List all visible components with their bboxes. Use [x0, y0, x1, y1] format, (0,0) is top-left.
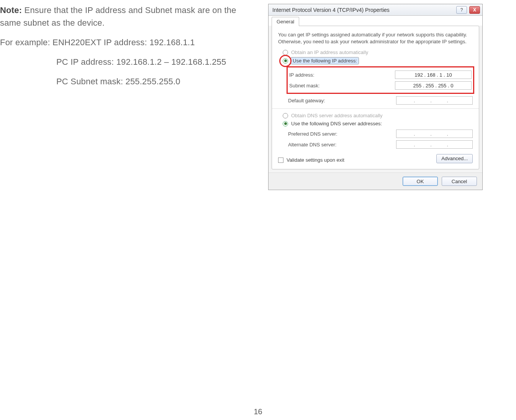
- field-row-preferred-dns: Preferred DNS server: . . .: [288, 130, 473, 138]
- example-line-3: PC Subnet mask: 255.255.255.0: [0, 75, 257, 88]
- cancel-button[interactable]: Cancel: [442, 177, 477, 186]
- validate-checkbox-row[interactable]: Validate settings upon exit: [278, 157, 344, 163]
- dialog-panel: You can get IP settings assigned automat…: [272, 26, 479, 169]
- field-row-gateway: Default gateway: . . .: [288, 96, 473, 105]
- radio-use-following-ip[interactable]: Use the following IP address:: [283, 57, 473, 64]
- dialog-title: Internet Protocol Version 4 (TCP/IPv4) P…: [272, 7, 390, 13]
- preferred-dns-input[interactable]: . . .: [396, 130, 473, 138]
- dialog-footer: OK Cancel: [269, 172, 482, 190]
- radio-off-icon: [283, 50, 288, 55]
- preferred-dns-label: Preferred DNS server:: [288, 131, 337, 137]
- field-row-ip: IP address: 192 . 168 . 1 . 10: [289, 71, 472, 79]
- alternate-dns-label: Alternate DNS server:: [288, 142, 336, 148]
- dns-fields-group: Preferred DNS server: . . . Alternate DN…: [288, 130, 473, 149]
- example-device-ip: ENH220EXT IP address: 192.168.1.1: [52, 38, 195, 47]
- panel-divider: [272, 108, 479, 109]
- screenshot-panel: Internet Protocol Version 4 (TCP/IPv4) P…: [268, 4, 483, 190]
- radio-obtain-dns-label: Obtain DNS server address automatically: [291, 113, 382, 118]
- radio-obtain-ip-label: Obtain an IP address automatically: [291, 49, 368, 55]
- note-label: Note:: [0, 5, 22, 15]
- advanced-button[interactable]: Advanced...: [436, 154, 473, 163]
- radio-on-icon: [283, 121, 288, 126]
- subnet-mask-input[interactable]: 255 . 255 . 255 . 0: [395, 81, 472, 90]
- radio-use-ip-label: Use the following IP address:: [291, 57, 359, 64]
- ip-address-label: IP address:: [289, 72, 315, 78]
- field-row-alternate-dns: Alternate DNS server: . . .: [288, 140, 473, 149]
- validate-checkbox-label: Validate settings upon exit: [287, 157, 344, 163]
- radio-off-icon: [283, 113, 288, 118]
- close-button[interactable]: X: [469, 6, 480, 14]
- radio-obtain-ip-auto[interactable]: Obtain an IP address automatically: [283, 49, 473, 55]
- help-button[interactable]: ?: [456, 6, 467, 14]
- alternate-dns-input[interactable]: . . .: [396, 140, 473, 149]
- ip-fields-group: IP address: 192 . 168 . 1 . 10 Subnet ma…: [288, 67, 473, 93]
- dialog-tabs: General: [269, 16, 482, 26]
- tcpip-properties-dialog: Internet Protocol Version 4 (TCP/IPv4) P…: [268, 4, 483, 190]
- example-line-1: For example: ENH220EXT IP address: 192.1…: [0, 36, 257, 49]
- default-gateway-label: Default gateway:: [288, 98, 325, 103]
- advanced-row: Validate settings upon exit Advanced...: [278, 152, 473, 165]
- radio-use-dns-label: Use the following DNS server addresses:: [291, 121, 382, 126]
- tab-general[interactable]: General: [272, 17, 299, 26]
- gateway-field-group: Default gateway: . . .: [288, 96, 473, 105]
- field-row-subnet: Subnet mask: 255 . 255 . 255 . 0: [289, 81, 472, 90]
- help-icon: ?: [460, 7, 463, 13]
- default-gateway-input[interactable]: . . .: [396, 96, 473, 105]
- dialog-description: You can get IP settings assigned automat…: [278, 31, 473, 45]
- page-number: 16: [254, 407, 262, 416]
- radio-obtain-dns-auto: Obtain DNS server address automatically: [283, 113, 473, 118]
- ip-address-input[interactable]: 192 . 168 . 1 . 10: [395, 71, 472, 79]
- subnet-mask-label: Subnet mask:: [289, 83, 320, 89]
- checkbox-icon: [278, 158, 283, 163]
- close-icon: X: [473, 7, 476, 13]
- radio-use-following-dns[interactable]: Use the following DNS server addresses:: [283, 121, 473, 126]
- radio-on-icon: [283, 58, 288, 64]
- example-prefix: For example:: [0, 38, 52, 47]
- dialog-titlebar[interactable]: Internet Protocol Version 4 (TCP/IPv4) P…: [269, 4, 482, 16]
- document-text: Note: Ensure that the IP address and Sub…: [0, 4, 257, 190]
- note-text: Ensure that the IP address and Subnet ma…: [0, 5, 236, 28]
- example-line-2: PC IP address: 192.168.1.2 – 192.168.1.2…: [0, 56, 257, 68]
- note-paragraph: Note: Ensure that the IP address and Sub…: [0, 4, 257, 29]
- ok-button[interactable]: OK: [403, 177, 438, 186]
